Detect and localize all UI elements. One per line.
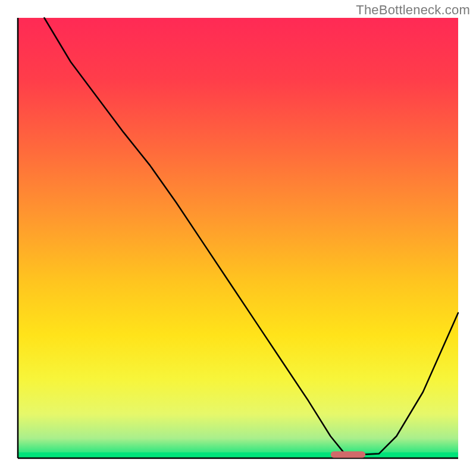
plot-background — [18, 18, 458, 458]
watermark-text: TheBottleneck.com — [356, 2, 470, 18]
plot-green-band — [18, 452, 458, 458]
